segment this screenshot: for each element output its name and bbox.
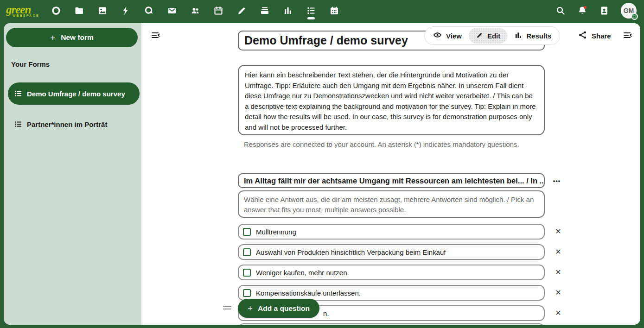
app-notes[interactable] — [236, 0, 247, 21]
eye-icon — [433, 31, 442, 40]
chat-bubble-icon — [144, 6, 154, 16]
notifications-button[interactable] — [577, 0, 587, 21]
option-label[interactable]: Auswahl von Produkten hinsichtlich Verpa… — [256, 248, 446, 256]
option-row: Auswahl von Produkten hinsichtlich Verpa… — [238, 244, 545, 260]
sidebar-section-title: Your Forms — [11, 60, 50, 68]
option-row-partial — [238, 323, 545, 325]
list-icon — [14, 120, 22, 128]
app-mail[interactable] — [167, 0, 177, 21]
contact-card-icon — [599, 6, 609, 16]
app-files[interactable] — [74, 0, 84, 21]
plus-icon: + — [50, 33, 55, 42]
option-row: Weniger kaufen, mehr nutzen. — [238, 265, 545, 280]
calendar-grid-icon — [329, 6, 339, 16]
mail-icon — [167, 6, 177, 16]
option-row: Mülltrennung — [238, 224, 545, 240]
question-menu-button[interactable]: ••• — [549, 173, 564, 188]
bar-chart-icon — [283, 6, 293, 16]
sidebar-toggle-icon — [151, 31, 160, 41]
content-frame: + New form Your Forms Demo Umfrage / dem… — [4, 23, 640, 325]
app-dashboard[interactable] — [51, 0, 61, 21]
pencil-icon — [476, 32, 483, 40]
forms-list-icon — [306, 6, 316, 16]
app-appointments[interactable] — [329, 0, 339, 21]
photos-icon — [97, 6, 108, 16]
forms-sidebar: + New form Your Forms Demo Umfrage / dem… — [4, 23, 141, 325]
new-form-button[interactable]: + New form — [6, 28, 138, 47]
app-photos[interactable] — [97, 0, 108, 21]
app-activity[interactable] — [121, 0, 131, 21]
option-checkbox[interactable] — [243, 248, 251, 256]
share-icon — [578, 31, 587, 41]
list-icon — [14, 90, 22, 97]
option-label[interactable]: Weniger kaufen, mehr nutzen. — [256, 269, 349, 277]
user-menu[interactable]: GM — [621, 3, 637, 19]
question-drag-handle-icon[interactable] — [223, 306, 231, 309]
tab-view[interactable]: View — [426, 28, 469, 44]
option-label[interactable]: n. — [323, 309, 329, 317]
search-button[interactable] — [555, 0, 566, 21]
search-icon — [555, 6, 566, 16]
bell-icon — [577, 5, 588, 16]
logo-subtext: WEBSPACE — [13, 14, 46, 18]
results-chart-icon — [514, 31, 522, 40]
question-title-input[interactable]: Im Alltag fällt mir der achtsame Umgang … — [238, 173, 545, 188]
add-question-label: Add a question — [258, 304, 310, 313]
app-analytics[interactable] — [283, 0, 293, 21]
option-checkbox[interactable] — [243, 269, 251, 277]
user-status-icon — [631, 13, 638, 20]
close-navigation-button[interactable] — [148, 29, 162, 43]
form-hint-text: Responses are connected to your account.… — [244, 140, 519, 148]
sidebar-item-label: Partner*innen im Porträt — [27, 120, 107, 128]
share-label: Share — [592, 32, 611, 40]
delete-option-button[interactable]: ✕ — [552, 226, 564, 238]
add-question-button[interactable]: + Add a question — [238, 299, 319, 318]
people-icon — [190, 6, 200, 16]
option-row: Kompensationskäufe unterlassen. — [238, 285, 545, 301]
top-bar: green WEBSPACE GM — [0, 0, 644, 21]
sidebar-item-demo-umfrage[interactable]: Demo Umfrage / demo survey — [8, 82, 140, 105]
tab-label: Edit — [487, 32, 500, 40]
app-logo[interactable]: green WEBSPACE — [6, 4, 46, 18]
active-app-indicator — [307, 17, 315, 19]
form-description-input[interactable]: Hier kann ein beschreibender Text stehen… — [238, 65, 545, 135]
dashboard-icon — [51, 6, 61, 16]
delete-option-button[interactable]: ✕ — [552, 287, 564, 299]
option-checkbox[interactable] — [243, 228, 251, 236]
pencil-icon — [236, 6, 247, 16]
option-checkbox[interactable] — [243, 289, 251, 297]
option-label[interactable]: Kompensationskäufe unterlassen. — [256, 289, 361, 297]
sidebar-toggle-icon — [623, 31, 632, 41]
app-talk[interactable] — [144, 0, 154, 21]
plus-icon: + — [248, 304, 253, 313]
sidebar-item-label: Demo Umfrage / demo survey — [27, 90, 125, 98]
new-form-label: New form — [61, 33, 94, 42]
delete-option-button[interactable]: ✕ — [552, 266, 564, 278]
stack-icon — [260, 6, 270, 16]
app-deck[interactable] — [260, 0, 270, 21]
lightning-icon — [121, 6, 131, 16]
tab-results[interactable]: Results — [507, 28, 558, 44]
tab-edit[interactable]: Edit — [469, 28, 507, 44]
sidebar-item-partnerinnen[interactable]: Partner*innen im Porträt — [8, 114, 140, 134]
option-label[interactable]: Mülltrennung — [256, 228, 296, 236]
app-forms-active[interactable] — [306, 0, 316, 21]
delete-option-button[interactable]: ✕ — [552, 246, 564, 258]
form-editor: Demo Umfrage / demo survey View Edit Res… — [141, 23, 640, 325]
delete-option-button[interactable]: ✕ — [552, 307, 564, 319]
folder-icon — [74, 6, 84, 16]
share-button[interactable]: Share — [574, 27, 616, 44]
contacts-menu-button[interactable] — [599, 0, 609, 21]
mode-tabs: View Edit Results — [424, 26, 560, 45]
question-description-input[interactable]: Wähle eine Antwort aus, die dir am meist… — [238, 190, 545, 218]
tab-label: View — [446, 32, 462, 40]
app-contacts[interactable] — [190, 0, 200, 21]
tab-label: Results — [526, 32, 551, 40]
open-sidebar-button[interactable] — [620, 29, 634, 43]
app-calendar[interactable] — [213, 0, 223, 21]
calendar-icon — [213, 6, 223, 16]
